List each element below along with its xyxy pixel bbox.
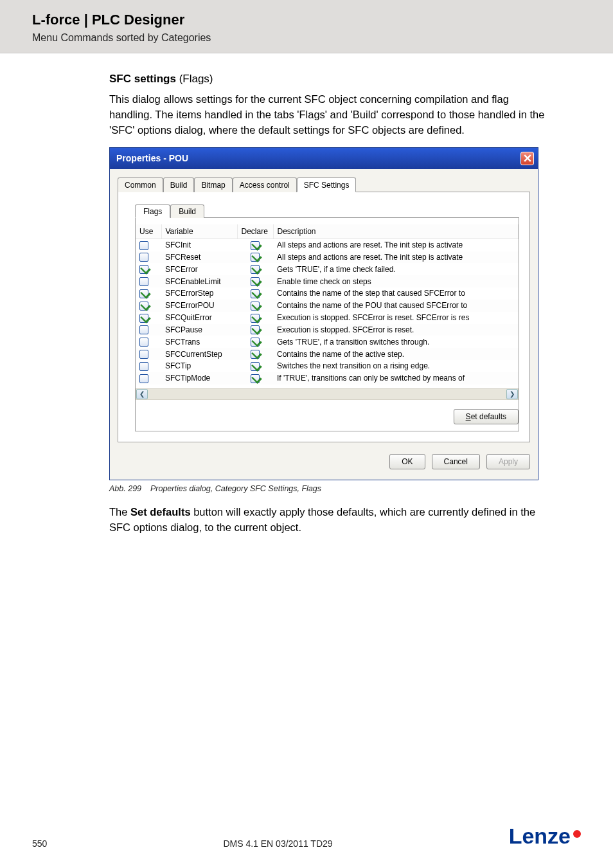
inner-tab[interactable]: Flags [135, 204, 170, 218]
table-row: SFCErrorPOUContains the name of the POU … [136, 300, 519, 312]
cell-variable: SFCInit [161, 239, 237, 251]
table-row: SFCResetAll steps and actions are reset.… [136, 251, 519, 264]
cell-variable: SFCError [161, 263, 237, 275]
cell-description: All steps and actions are reset. The ini… [273, 239, 519, 251]
outer-tab[interactable]: Bitmap [194, 177, 232, 192]
use-checkbox[interactable] [139, 265, 148, 274]
use-checkbox[interactable] [139, 314, 148, 323]
cell-description: Gets 'TRUE', if a transition switches th… [273, 336, 519, 348]
declare-checkbox[interactable] [251, 325, 260, 334]
table-row: SFCTransGets 'TRUE', if a transition swi… [136, 336, 519, 348]
cell-variable: SFCCurrentStep [161, 348, 237, 360]
brand-logo: Lenze [509, 824, 581, 849]
table-row: SFCPauseExecution is stopped. SFCError i… [136, 324, 519, 336]
cell-variable: SFCEnableLimit [161, 275, 237, 287]
horizontal-scrollbar[interactable]: ❮ ❯ [136, 388, 519, 400]
table-row: SFCEnableLimitEnable time check on steps [136, 275, 519, 287]
cell-variable: SFCTrans [161, 336, 237, 348]
table-row: SFCCurrentStepContains the name of the a… [136, 348, 519, 360]
declare-checkbox[interactable] [251, 374, 260, 383]
declare-checkbox[interactable] [251, 302, 260, 311]
cell-variable: SFCPause [161, 324, 237, 336]
cell-variable: SFCTipMode [161, 372, 237, 384]
use-checkbox[interactable] [139, 338, 148, 347]
table-row: SFCErrorStepContains the name of the ste… [136, 287, 519, 300]
brand-dot-icon [573, 830, 581, 838]
use-checkbox[interactable] [139, 277, 148, 286]
cancel-button[interactable]: Cancel [432, 454, 480, 469]
close-icon [524, 154, 531, 162]
set-defaults-label: Set defaults [466, 412, 506, 421]
col-header-variable[interactable]: Variable [161, 224, 237, 239]
table-row: SFCQuitErrorExecution is stopped. SFCErr… [136, 312, 519, 324]
cell-description: Enable time check on steps [273, 275, 519, 287]
page-footer: 550 DMS 4.1 EN 03/2011 TD29 Lenze [32, 824, 581, 849]
declare-checkbox[interactable] [251, 241, 260, 250]
cell-variable: SFCReset [161, 251, 237, 264]
cell-description: Execution is stopped. SFCError is reset. [273, 324, 519, 336]
dialog-title: Properties - POU [116, 153, 188, 163]
ok-button[interactable]: OK [389, 454, 425, 469]
apply-button[interactable]: Apply [486, 454, 530, 469]
section-paragraph: This dialog allows settings for the curr… [109, 92, 551, 138]
outer-tab-panel: FlagsBuild Use Variable Declare Descript… [118, 192, 530, 442]
page-header-banner: L-force | PLC Designer Menu Commands sor… [0, 0, 613, 53]
inner-tab-strip: FlagsBuild [135, 204, 519, 217]
brand-text: Lenze [509, 824, 571, 849]
set-defaults-button[interactable]: Set defaults [454, 409, 519, 424]
cell-description: All steps and actions are reset. The ini… [273, 251, 519, 264]
page-content: SFC settings (Flags) This dialog allows … [0, 53, 613, 536]
outer-tab[interactable]: SFC Settings [297, 177, 357, 192]
figure-caption: Abb. 299 Properties dialog, Category SFC… [109, 484, 551, 493]
col-header-use[interactable]: Use [136, 224, 161, 239]
use-checkbox[interactable] [139, 253, 148, 262]
table-row: SFCErrorGets 'TRUE', if a time check fai… [136, 263, 519, 275]
section-heading-rest: (Flags) [176, 73, 213, 85]
doc-id: DMS 4.1 EN 03/2011 TD29 [223, 838, 332, 849]
outer-tab[interactable]: Common [118, 177, 163, 192]
declare-checkbox[interactable] [251, 338, 260, 347]
after-para-pre: The [109, 506, 130, 518]
declare-checkbox[interactable] [251, 362, 260, 371]
section-heading: SFC settings (Flags) [109, 73, 551, 86]
cell-description: Contains the name of the POU that caused… [273, 300, 519, 312]
inner-tab[interactable]: Build [170, 204, 204, 218]
col-header-declare[interactable]: Declare [237, 224, 273, 239]
col-header-description[interactable]: Description [273, 224, 519, 239]
properties-dialog: Properties - POU CommonBuildBitmapAccess… [109, 147, 538, 480]
use-checkbox[interactable] [139, 350, 148, 359]
cell-variable: SFCErrorPOU [161, 300, 237, 312]
declare-checkbox[interactable] [251, 277, 260, 286]
outer-tab[interactable]: Build [163, 177, 195, 192]
use-checkbox[interactable] [139, 241, 148, 250]
declare-checkbox[interactable] [251, 289, 260, 298]
page-number: 550 [32, 838, 47, 849]
cell-description: Contains the name of the step that cause… [273, 287, 519, 300]
outer-tab[interactable]: Access control [233, 177, 297, 192]
table-row: SFCInitAll steps and actions are reset. … [136, 239, 519, 251]
use-checkbox[interactable] [139, 362, 148, 371]
use-checkbox[interactable] [139, 374, 148, 383]
dialog-titlebar[interactable]: Properties - POU [110, 148, 538, 169]
after-paragraph: The Set defaults button will exactly app… [109, 505, 551, 536]
declare-checkbox[interactable] [251, 253, 260, 262]
use-checkbox[interactable] [139, 302, 148, 311]
inner-tab-panel: Use Variable Declare Description SFCInit… [135, 217, 519, 431]
cell-variable: SFCTip [161, 360, 237, 372]
declare-checkbox[interactable] [251, 350, 260, 359]
table-row: SFCTipSwitches the next transition on a … [136, 360, 519, 372]
dialog-body: CommonBuildBitmapAccess controlSFC Setti… [110, 169, 538, 480]
scroll-right-icon[interactable]: ❯ [506, 389, 518, 399]
cell-description: Gets 'TRUE', if a time check failed. [273, 263, 519, 275]
declare-checkbox[interactable] [251, 265, 260, 274]
flags-table: Use Variable Declare Description SFCInit… [136, 224, 519, 384]
section-heading-bold: SFC settings [109, 73, 176, 85]
use-checkbox[interactable] [139, 325, 148, 334]
use-checkbox[interactable] [139, 289, 148, 298]
declare-checkbox[interactable] [251, 314, 260, 323]
cell-description: If 'TRUE', transitions can only be switc… [273, 372, 519, 384]
app-title: L-force | PLC Designer [32, 12, 613, 28]
after-para-bold: Set defaults [130, 506, 191, 518]
close-button[interactable] [520, 152, 534, 165]
scroll-left-icon[interactable]: ❮ [136, 389, 148, 399]
